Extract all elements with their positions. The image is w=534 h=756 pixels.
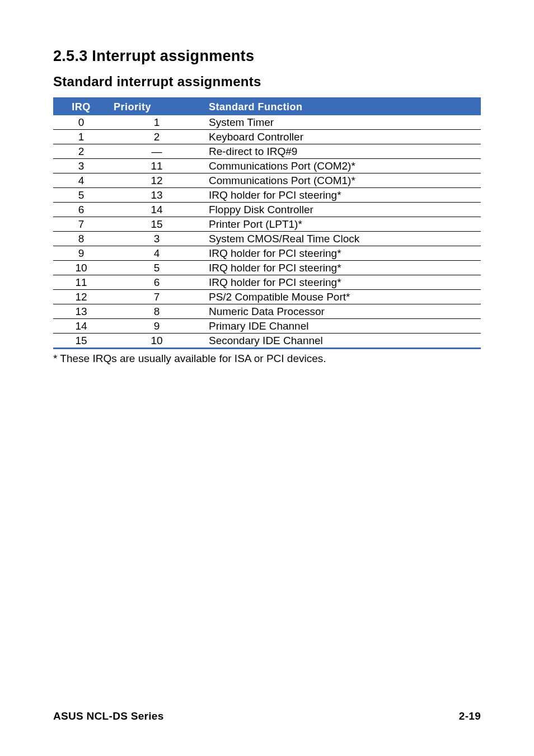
cell-func: IRQ holder for PCI steering* — [204, 246, 481, 261]
cell-func: Floppy Disk Controller — [204, 203, 481, 217]
table-row: 12Keyboard Controller — [53, 130, 481, 144]
table-row: 127PS/2 Compatible Mouse Port* — [53, 290, 481, 304]
cell-func: Secondary IDE Channel — [204, 334, 481, 349]
footer-right: 2-19 — [459, 710, 481, 722]
cell-func: IRQ holder for PCI steering* — [204, 188, 481, 203]
cell-func: IRQ holder for PCI steering* — [204, 261, 481, 275]
table-row: 311Communications Port (COM2)* — [53, 159, 481, 173]
header-priority: Priority — [109, 98, 204, 116]
cell-irq: 7 — [53, 217, 109, 232]
cell-priority: 12 — [109, 173, 204, 188]
cell-func: System CMOS/Real Time Clock — [204, 232, 481, 246]
table-row: 1510Secondary IDE Channel — [53, 334, 481, 349]
cell-irq: 13 — [53, 304, 109, 319]
cell-irq: 6 — [53, 203, 109, 217]
cell-priority: 11 — [109, 159, 204, 173]
cell-irq: 1 — [53, 130, 109, 144]
cell-priority: 10 — [109, 334, 204, 349]
cell-irq: 5 — [53, 188, 109, 203]
cell-priority: 2 — [109, 130, 204, 144]
cell-priority: 7 — [109, 290, 204, 304]
cell-func: System Timer — [204, 115, 481, 130]
table-row: 01System Timer — [53, 115, 481, 130]
cell-irq: 3 — [53, 159, 109, 173]
table-row: 614Floppy Disk Controller — [53, 203, 481, 217]
table-row: 138Numeric Data Processor — [53, 304, 481, 319]
table-row: 116IRQ holder for PCI steering* — [53, 275, 481, 290]
cell-func: Re-direct to IRQ#9 — [204, 144, 481, 159]
table-row: 715Printer Port (LPT1)* — [53, 217, 481, 232]
cell-irq: 14 — [53, 319, 109, 334]
cell-priority: 15 — [109, 217, 204, 232]
cell-func: Keyboard Controller — [204, 130, 481, 144]
page-footer: ASUS NCL-DS Series 2-19 — [53, 710, 481, 722]
header-irq: IRQ — [53, 98, 109, 116]
cell-irq: 0 — [53, 115, 109, 130]
cell-func: Primary IDE Channel — [204, 319, 481, 334]
cell-func: PS/2 Compatible Mouse Port* — [204, 290, 481, 304]
table-row: 513IRQ holder for PCI steering* — [53, 188, 481, 203]
table-row: 105IRQ holder for PCI steering* — [53, 261, 481, 275]
cell-func: Printer Port (LPT1)* — [204, 217, 481, 232]
cell-func: Communications Port (COM2)* — [204, 159, 481, 173]
cell-func: Numeric Data Processor — [204, 304, 481, 319]
cell-priority: 1 — [109, 115, 204, 130]
cell-priority: 9 — [109, 319, 204, 334]
cell-priority: 6 — [109, 275, 204, 290]
irq-table: IRQ Priority Standard Function 01System … — [53, 97, 481, 349]
table-row: 83System CMOS/Real Time Clock — [53, 232, 481, 246]
sub-heading: Standard interrupt assignments — [53, 74, 481, 90]
cell-func: IRQ holder for PCI steering* — [204, 275, 481, 290]
cell-priority: 14 — [109, 203, 204, 217]
cell-priority: 4 — [109, 246, 204, 261]
table-row: 2—Re-direct to IRQ#9 — [53, 144, 481, 159]
cell-priority: 13 — [109, 188, 204, 203]
cell-irq: 12 — [53, 290, 109, 304]
cell-irq: 2 — [53, 144, 109, 159]
cell-irq: 11 — [53, 275, 109, 290]
table-row: 412Communications Port (COM1)* — [53, 173, 481, 188]
cell-irq: 15 — [53, 334, 109, 349]
cell-priority: 8 — [109, 304, 204, 319]
cell-irq: 8 — [53, 232, 109, 246]
cell-irq: 9 — [53, 246, 109, 261]
table-header-row: IRQ Priority Standard Function — [53, 98, 481, 116]
table-row: 94IRQ holder for PCI steering* — [53, 246, 481, 261]
cell-irq: 10 — [53, 261, 109, 275]
cell-priority: 5 — [109, 261, 204, 275]
table-row: 149Primary IDE Channel — [53, 319, 481, 334]
section-heading: 2.5.3 Interrupt assignments — [53, 48, 481, 65]
table-footnote: * These IRQs are usually available for I… — [53, 353, 481, 365]
cell-priority: — — [109, 144, 204, 159]
cell-priority: 3 — [109, 232, 204, 246]
footer-left: ASUS NCL-DS Series — [53, 710, 164, 722]
cell-irq: 4 — [53, 173, 109, 188]
cell-func: Communications Port (COM1)* — [204, 173, 481, 188]
header-func: Standard Function — [204, 98, 481, 116]
